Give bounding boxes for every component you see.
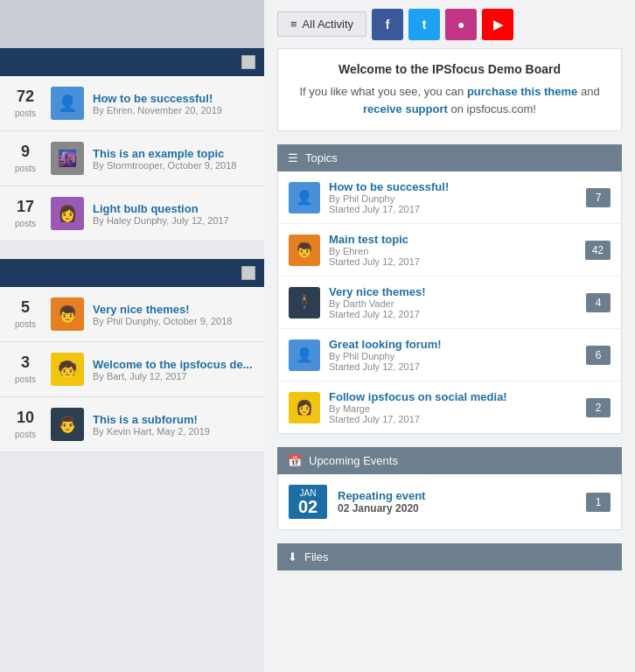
- post-title[interactable]: This is an example topic: [93, 147, 224, 160]
- table-row: 👦 Main test topic By Ehren Started July …: [278, 224, 621, 276]
- post-count-meta: 9 posts: [9, 143, 42, 174]
- post-count: 5: [9, 298, 42, 317]
- left-bottom-section-header: [0, 259, 264, 287]
- avatar: 👩: [289, 392, 320, 424]
- post-title[interactable]: Welcome to the ipsfocus de...: [93, 358, 253, 371]
- topic-info: Great looking forum! By Phil Dunphy Star…: [329, 338, 586, 372]
- post-count: 9: [9, 143, 42, 161]
- avatar: 👤: [289, 340, 320, 371]
- event-count: 1: [586, 493, 611, 512]
- topic-count: 6: [586, 346, 611, 365]
- all-activity-button[interactable]: ≡ All Activity: [277, 11, 366, 37]
- topic-author: By Ehren Started July 12, 2017: [329, 246, 585, 267]
- event-date-box: JAN 02: [289, 485, 327, 519]
- purchase-link[interactable]: purchase this theme: [467, 85, 577, 98]
- activity-label: All Activity: [303, 18, 354, 31]
- topic-title[interactable]: Great looking forum!: [329, 338, 586, 351]
- topics-container: 👤 How to be successful! By Phil Dunphy S…: [277, 172, 622, 434]
- post-title[interactable]: Light bulb question: [93, 202, 199, 215]
- post-count-meta: 3 posts: [9, 354, 42, 385]
- post-meta: By Phil Dunphy, October 9, 2018: [93, 316, 232, 326]
- topic-title[interactable]: Main test topic: [329, 233, 585, 246]
- section-icon: [241, 266, 255, 280]
- section-icon: [241, 55, 255, 69]
- instagram-button[interactable]: ●: [445, 9, 477, 40]
- event-date: 02 January 2020: [338, 502, 576, 514]
- post-count: 3: [9, 354, 42, 372]
- avatar: 👤: [51, 87, 84, 120]
- left-top-section-header: [0, 48, 264, 76]
- support-link[interactable]: receive support: [363, 102, 448, 116]
- instagram-icon: ●: [457, 18, 464, 32]
- welcome-text: If you like what you see, you can purcha…: [291, 83, 608, 117]
- topic-author: By Marge Started July 17, 2017: [329, 403, 586, 424]
- post-count: 72: [9, 88, 42, 106]
- list-item: 10 posts 👨 This is a subforum! By Kevin …: [0, 397, 264, 452]
- activity-icon: ≡: [290, 18, 297, 31]
- calendar-icon: 📅: [288, 454, 302, 467]
- post-title[interactable]: This is a subforum!: [93, 413, 198, 426]
- post-count-meta: 72 posts: [9, 88, 42, 119]
- events-section-header: 📅 Upcoming Events: [277, 447, 622, 474]
- youtube-icon: ▶: [493, 18, 503, 32]
- post-label: posts: [15, 108, 36, 118]
- post-label: posts: [15, 430, 36, 439]
- post-label: posts: [15, 219, 36, 228]
- avatar: 👨: [51, 408, 84, 441]
- post-meta: By Stormtrooper, October 9, 2018: [93, 160, 236, 171]
- topics-title: Topics: [305, 151, 338, 164]
- avatar: 👤: [289, 182, 320, 214]
- avatar: 👦: [289, 234, 320, 266]
- facebook-button[interactable]: f: [372, 9, 403, 40]
- welcome-text3: on ipsfocus.com!: [448, 102, 536, 116]
- left-panel: 72 posts 👤 How to be successful! By Ehre…: [0, 0, 264, 672]
- topic-title[interactable]: How to be successful!: [329, 180, 586, 193]
- twitter-button[interactable]: t: [408, 9, 440, 40]
- table-row: 👤 Great looking forum! By Phil Dunphy St…: [278, 329, 621, 382]
- welcome-box: Welcome to the IPSfocus Demo Board If yo…: [277, 48, 622, 131]
- post-info: Welcome to the ipsfocus de... By Bart, J…: [93, 358, 253, 382]
- events-container: JAN 02 Repeating event 02 January 2020 1: [277, 474, 622, 530]
- post-meta: By Kevin Hart, May 2, 2019: [93, 426, 210, 437]
- avatar: 👦: [51, 298, 84, 331]
- topic-count: 2: [586, 398, 611, 417]
- avatar: 🌆: [51, 142, 84, 175]
- table-row: 🕴 Very nice themes! By Darth Vader Start…: [278, 276, 621, 329]
- youtube-button[interactable]: ▶: [482, 9, 513, 40]
- list-item: 3 posts 🧒 Welcome to the ipsfocus de... …: [0, 342, 264, 397]
- twitter-icon: t: [422, 18, 427, 32]
- files-title: Files: [304, 550, 328, 564]
- topic-count: 4: [586, 293, 611, 312]
- topic-author: By Darth Vader Started July 12, 2017: [329, 298, 586, 319]
- topic-title[interactable]: Follow ipsfocus on social media!: [329, 390, 586, 403]
- post-count-meta: 5 posts: [9, 298, 42, 330]
- left-bottom-posts: 5 posts 👦 Very nice themes! By Phil Dunp…: [0, 287, 264, 452]
- table-row: 👩 Follow ipsfocus on social media! By Ma…: [278, 382, 621, 433]
- topic-count: 42: [585, 241, 611, 260]
- post-title[interactable]: How to be successful!: [93, 92, 213, 105]
- post-info: This is an example topic By Stormtrooper…: [93, 147, 236, 171]
- list-item: 72 posts 👤 How to be successful! By Ehre…: [0, 76, 264, 131]
- post-info: This is a subforum! By Kevin Hart, May 2…: [93, 413, 210, 437]
- table-row: 👤 How to be successful! By Phil Dunphy S…: [278, 172, 621, 224]
- event-title[interactable]: Repeating event: [338, 489, 576, 502]
- post-info: Light bulb question By Haley Dunphy, Jul…: [93, 202, 229, 226]
- topic-info: Very nice themes! By Darth Vader Started…: [329, 285, 586, 319]
- files-icon: ⬇: [288, 550, 297, 564]
- left-top-posts: 72 posts 👤 How to be successful! By Ehre…: [0, 76, 264, 242]
- event-info: Repeating event 02 January 2020: [338, 489, 576, 514]
- list-item: 5 posts 👦 Very nice themes! By Phil Dunp…: [0, 287, 264, 342]
- topic-count: 7: [586, 188, 611, 207]
- post-title[interactable]: Very nice themes!: [93, 303, 190, 316]
- topics-icon: ☰: [288, 151, 298, 164]
- topics-section-header: ☰ Topics: [277, 144, 622, 172]
- topic-info: Follow ipsfocus on social media! By Marg…: [329, 390, 586, 424]
- files-section-header: ⬇ Files: [277, 543, 622, 570]
- top-bar: ≡ All Activity f t ● ▶: [264, 0, 635, 48]
- event-day: 02: [296, 498, 320, 515]
- post-info: How to be successful! By Ehren, November…: [93, 92, 222, 116]
- avatar: 👩: [51, 197, 84, 230]
- topic-title[interactable]: Very nice themes!: [329, 285, 586, 298]
- post-label: posts: [15, 374, 36, 384]
- avatar: 🕴: [289, 287, 320, 318]
